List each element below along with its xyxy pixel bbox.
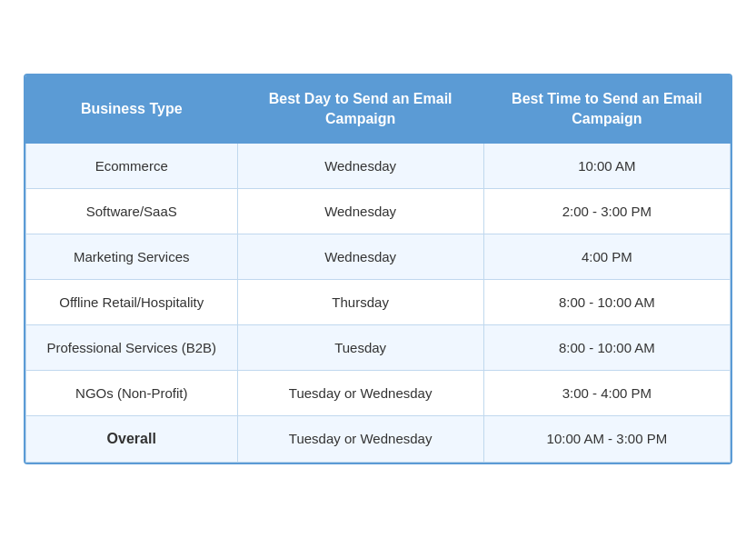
cell-business-type: Ecommerce [26, 143, 238, 188]
cell-business-type: Professional Services (B2B) [26, 324, 238, 370]
cell-best-day: Wednesday [237, 188, 483, 234]
cell-best-time: 4:00 PM [483, 234, 730, 279]
cell-business-type: Marketing Services [26, 234, 238, 279]
cell-best-day: Tuesday [237, 324, 483, 370]
cell-business-type: Software/SaaS [26, 188, 238, 234]
cell-best-time: 10:00 AM [483, 143, 730, 188]
table-row: NGOs (Non-Profit)Tuesday or Wednesday3:0… [26, 370, 731, 415]
table-row: OverallTuesday or Wednesday10:00 AM - 3:… [26, 415, 731, 462]
table-header-row: Business Type Best Day to Send an Email … [26, 75, 731, 143]
cell-best-day: Tuesday or Wednesday [237, 370, 483, 415]
table-row: Offline Retail/HospitalityThursday8:00 -… [26, 279, 731, 324]
cell-best-day: Wednesday [237, 234, 483, 279]
cell-best-time: 2:00 - 3:00 PM [483, 188, 730, 234]
cell-best-day: Thursday [237, 279, 483, 324]
cell-best-day: Wednesday [237, 143, 483, 188]
header-best-day: Best Day to Send an Email Campaign [237, 75, 483, 143]
header-business-type: Business Type [26, 75, 238, 143]
cell-best-time: 8:00 - 10:00 AM [483, 324, 730, 370]
email-campaign-table: Business Type Best Day to Send an Email … [24, 74, 732, 464]
table-row: Marketing ServicesWednesday4:00 PM [26, 234, 731, 279]
cell-best-time: 3:00 - 4:00 PM [483, 370, 730, 415]
cell-best-time: 10:00 AM - 3:00 PM [483, 415, 730, 462]
cell-best-day: Tuesday or Wednesday [237, 415, 483, 462]
table-row: Professional Services (B2B)Tuesday8:00 -… [26, 324, 731, 370]
cell-business-type: Overall [26, 415, 238, 462]
cell-business-type: Offline Retail/Hospitality [26, 279, 238, 324]
cell-business-type: NGOs (Non-Profit) [26, 370, 238, 415]
table-row: Software/SaaSWednesday2:00 - 3:00 PM [26, 188, 731, 234]
header-best-time: Best Time to Send an Email Campaign [483, 75, 730, 143]
table-row: EcommerceWednesday10:00 AM [26, 143, 731, 188]
cell-best-time: 8:00 - 10:00 AM [483, 279, 730, 324]
